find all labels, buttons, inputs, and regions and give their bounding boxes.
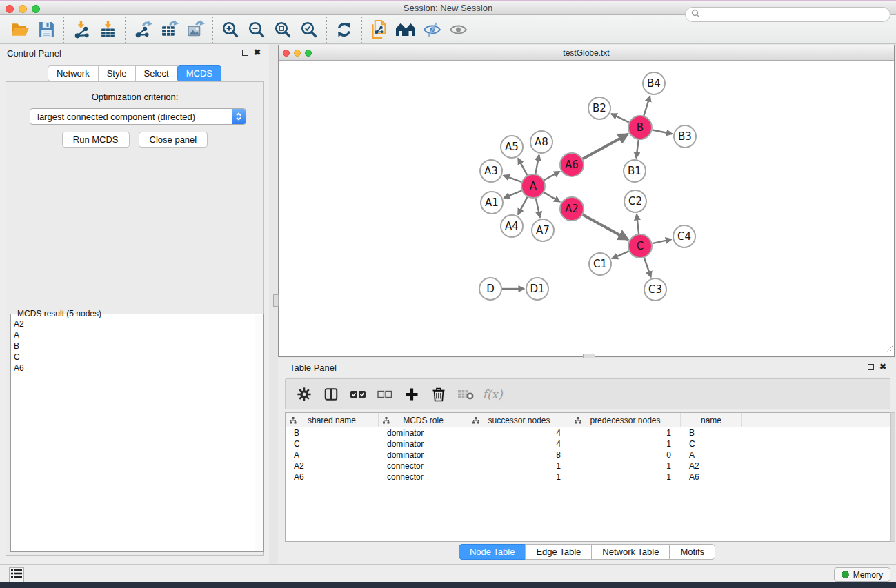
node-C2[interactable]: C2 (624, 190, 646, 212)
node-B1[interactable]: B1 (624, 160, 646, 182)
edge-A-A5[interactable] (518, 159, 527, 176)
node-B2[interactable]: B2 (588, 97, 610, 119)
minimize-network-button[interactable] (294, 50, 301, 57)
table-row[interactable]: A2connector11A2 (286, 460, 890, 472)
edge-B-B4[interactable] (644, 96, 650, 116)
edge-A-A4[interactable] (518, 197, 528, 214)
search-field[interactable] (685, 7, 890, 22)
add-icon[interactable] (401, 383, 422, 406)
result-item[interactable]: B (14, 341, 252, 352)
export-network-icon[interactable] (130, 17, 156, 42)
task-history-button[interactable] (9, 567, 24, 582)
close-panel-icon[interactable]: ✖ (254, 48, 261, 57)
network-graph[interactable]: B4B2BB3A8A5A6A3B1AA1C2A2A4A7C4CC1C3DD1 (279, 61, 894, 356)
result-item[interactable]: A2 (14, 318, 252, 330)
column-header-shared-name[interactable]: shared name (286, 413, 379, 427)
edge-B-B2[interactable] (611, 114, 629, 122)
criterion-dropdown[interactable]: largest connected component (directed) (30, 108, 246, 125)
close-network-button[interactable] (283, 50, 290, 57)
edge-B-B1[interactable] (636, 140, 638, 158)
node-B3[interactable]: B3 (674, 125, 696, 148)
refresh-icon[interactable] (331, 17, 357, 42)
tab-network-table[interactable]: Network Table (591, 544, 670, 560)
edge-C-C2[interactable] (637, 214, 639, 234)
trash-icon[interactable] (428, 383, 449, 406)
panel-divider-grip[interactable] (273, 294, 279, 307)
close-window-button[interactable] (6, 5, 14, 13)
node-D1[interactable]: D1 (526, 278, 548, 300)
close-panel-icon[interactable]: ✖ (879, 363, 886, 371)
node-A7[interactable]: A7 (532, 219, 554, 241)
node-C3[interactable]: C3 (644, 278, 666, 301)
table-scrollbar[interactable] (890, 412, 895, 542)
export-image-icon[interactable] (182, 17, 208, 42)
node-A5[interactable]: A5 (501, 136, 523, 158)
table-row[interactable]: A6connector11A6 (286, 472, 890, 483)
node-A8[interactable]: A8 (530, 131, 552, 153)
zoom-window-button[interactable] (32, 5, 40, 13)
node-C[interactable]: C (628, 234, 652, 258)
edge-C-C1[interactable] (612, 251, 628, 258)
node-C1[interactable]: C1 (589, 253, 611, 275)
eye-slash-icon[interactable] (419, 17, 445, 42)
function-icon[interactable]: f(x) (482, 383, 503, 406)
zoom-out-icon[interactable] (243, 17, 270, 42)
float-panel-icon[interactable] (868, 364, 874, 370)
open-folder-icon[interactable] (7, 17, 33, 42)
edge-A-A6[interactable] (544, 172, 560, 181)
edge-A-A1[interactable] (504, 191, 522, 198)
save-floppy-icon[interactable] (33, 17, 59, 42)
columns-icon[interactable] (321, 383, 341, 406)
resize-grip-icon[interactable] (884, 343, 893, 356)
result-item[interactable]: C (14, 352, 252, 363)
memory-button[interactable]: Memory (834, 567, 890, 582)
deselect-all-icon[interactable] (375, 383, 395, 406)
edge-A6-B[interactable] (583, 134, 628, 159)
node-A2[interactable]: A2 (560, 197, 584, 221)
zoom-network-button[interactable] (305, 50, 312, 57)
float-panel-icon[interactable] (242, 50, 248, 56)
node-B[interactable]: B (628, 116, 652, 139)
tab-mcds[interactable]: MCDS (177, 65, 221, 81)
column-header-predecessor-nodes[interactable]: predecessor nodes (570, 413, 681, 427)
result-item[interactable]: A (14, 330, 252, 341)
eye-icon[interactable] (445, 17, 471, 42)
node-A[interactable]: A (521, 174, 545, 198)
edge-A-A8[interactable] (535, 155, 539, 174)
document-network-icon[interactable] (366, 17, 392, 42)
run-mcds-button[interactable]: Run MCDS (62, 132, 130, 148)
node-A4[interactable]: A4 (501, 215, 523, 237)
edge-B-B3[interactable] (653, 130, 673, 134)
node-A6[interactable]: A6 (560, 153, 584, 176)
tab-edge-table[interactable]: Edge Table (525, 544, 592, 560)
column-header-name[interactable]: name (681, 413, 742, 427)
table-row[interactable]: Adominator80A (286, 449, 890, 460)
search-input[interactable] (703, 8, 890, 21)
import-table-icon[interactable] (94, 17, 121, 42)
tab-network[interactable]: Network (48, 65, 99, 81)
node-A1[interactable]: A1 (481, 192, 503, 214)
zoom-in-icon[interactable] (217, 17, 243, 42)
node-B4[interactable]: B4 (643, 72, 665, 94)
gear-icon[interactable] (294, 383, 315, 406)
table-row[interactable]: Bdominator41B (286, 427, 890, 438)
minimize-window-button[interactable] (19, 5, 27, 13)
select-all-icon[interactable] (348, 383, 368, 406)
table-row[interactable]: Cdominator41C (286, 438, 890, 449)
import-network-icon[interactable] (68, 17, 94, 42)
column-header-mcds-role[interactable]: MCDS role (379, 413, 468, 427)
edge-A2-C[interactable] (583, 215, 628, 240)
delete-table-icon[interactable] (455, 383, 476, 406)
column-header-successor-nodes[interactable]: successor nodes (468, 413, 570, 427)
panel-divider-grip[interactable] (583, 354, 595, 358)
zoom-fit-icon[interactable] (270, 17, 296, 42)
tab-select[interactable]: Select (135, 65, 178, 81)
tab-node-table[interactable]: Node Table (459, 544, 526, 560)
tab-style[interactable]: Style (98, 65, 136, 81)
export-table-icon[interactable] (156, 17, 182, 42)
close-panel-button[interactable]: Close panel (139, 132, 208, 148)
node-C4[interactable]: C4 (673, 225, 695, 247)
edge-A-A3[interactable] (504, 175, 521, 182)
houses-icon[interactable] (392, 17, 419, 42)
edge-A-A7[interactable] (536, 199, 540, 218)
